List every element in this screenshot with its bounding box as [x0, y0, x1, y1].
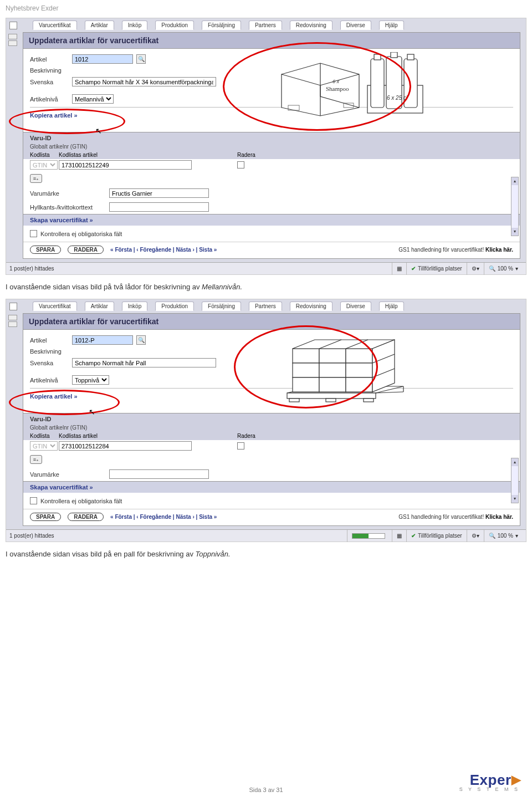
- vertical-scrollbar[interactable]: ▴▾: [511, 458, 519, 503]
- side-icons: [8, 34, 19, 46]
- zoom-dropdown-icon[interactable]: ▾: [515, 533, 518, 539]
- zoom-dropdown-icon[interactable]: ▾: [515, 265, 518, 272]
- gtin-input[interactable]: [59, 160, 192, 170]
- search-icon[interactable]: 🔍: [136, 54, 146, 64]
- protected-mode-icon[interactable]: ⚙▾: [472, 265, 479, 272]
- klicka-link[interactable]: Klicka här.: [485, 514, 513, 520]
- screenshot-1: Varucertifikat Artiklar Inköp Produktion…: [6, 18, 526, 275]
- spara-button[interactable]: SPARA: [30, 246, 61, 254]
- kontroll-label: Kontrollera ej obligatoriska fält: [40, 231, 122, 237]
- tab-diverse[interactable]: Diverse: [340, 21, 371, 30]
- artikelniva-select[interactable]: Toppnivå: [72, 375, 109, 385]
- gs1-text: GS1 handledning för varucertifikat! Klic…: [398, 247, 513, 253]
- side-icon-2[interactable]: [8, 40, 17, 46]
- label-beskrivning: Beskrivning: [30, 348, 69, 355]
- status-platser: Tillförlitliga platser: [418, 265, 462, 272]
- record-nav[interactable]: « Första | ‹ Föregående | Nästa › | Sist…: [110, 514, 392, 520]
- logo: Exper▶ S Y S T E M S: [459, 772, 521, 792]
- trusted-check-icon: ✔: [411, 533, 416, 539]
- scroll-down-icon[interactable]: ▾: [511, 495, 518, 503]
- status-platser: Tillförlitliga platser: [418, 533, 462, 539]
- hyll-input[interactable]: [109, 202, 209, 212]
- artikel-input[interactable]: [72, 54, 133, 64]
- radera-checkbox[interactable]: [237, 161, 244, 168]
- add-row-button[interactable]: ≡₊: [30, 174, 42, 183]
- status-posts: 1 post(er) hittades: [9, 533, 54, 539]
- tab-artiklar[interactable]: Artiklar: [85, 21, 114, 30]
- skapa-link[interactable]: Skapa varucertifikat »: [30, 217, 93, 223]
- svenska-input[interactable]: [72, 77, 216, 86]
- svg-text:6 x 25 cl: 6 x 25 cl: [387, 95, 408, 101]
- radera-checkbox[interactable]: [237, 442, 244, 450]
- form-body: Artikel 🔍 Beskrivning Svenska Artikelniv…: [23, 330, 520, 413]
- gtin-subheader: Globalt artikelnr (GTIN): [23, 142, 520, 151]
- zoom-icon[interactable]: 🔍: [489, 265, 495, 272]
- scroll-up-icon[interactable]: ▴: [511, 458, 518, 466]
- tab-varucertifikat[interactable]: Varucertifikat: [33, 21, 77, 30]
- search-icon[interactable]: 🔍: [136, 335, 146, 345]
- label-hyll: Hyllkants-/kvittokorttext: [30, 204, 105, 211]
- tab-varucertifikat[interactable]: Varucertifikat: [33, 302, 77, 311]
- gtin-input[interactable]: [59, 441, 192, 451]
- artikelniva-select[interactable]: Mellannivå: [72, 94, 114, 104]
- radera-button[interactable]: RADERA: [68, 513, 104, 521]
- home-icon[interactable]: [9, 303, 17, 310]
- add-row-button[interactable]: ≡₊: [30, 455, 42, 464]
- tab-hjalp[interactable]: Hjälp: [379, 21, 404, 30]
- tab-hjalp[interactable]: Hjälp: [379, 302, 404, 311]
- tab-inkop[interactable]: Inköp: [122, 302, 147, 311]
- label-svenska: Svenska: [30, 79, 69, 85]
- tab-produktion[interactable]: Produktion: [155, 302, 194, 311]
- page-number: Sida 3 av 31: [0, 787, 532, 793]
- varumarke-input[interactable]: [109, 188, 209, 198]
- status-posts: 1 post(er) hittades: [9, 265, 54, 272]
- side-icon-1[interactable]: [8, 315, 17, 320]
- svg-rect-28: [293, 377, 319, 392]
- tab-produktion[interactable]: Produktion: [155, 21, 194, 30]
- radera-button[interactable]: RADERA: [68, 246, 104, 254]
- spara-button[interactable]: SPARA: [30, 513, 61, 521]
- kontroll-checkbox[interactable]: [30, 230, 37, 237]
- svg-rect-30: [346, 377, 372, 392]
- label-varumarke: Varumärke: [30, 471, 105, 478]
- kopiera-link[interactable]: Kopiera artikel »: [30, 390, 78, 403]
- tab-forsaljning[interactable]: Försäljning: [202, 302, 241, 311]
- home-icon[interactable]: [9, 22, 17, 29]
- zoom-value: 100 %: [498, 265, 513, 272]
- tab-diverse[interactable]: Diverse: [340, 302, 371, 311]
- label-svenska: Svenska: [30, 360, 69, 366]
- kontroll-checkbox[interactable]: [30, 497, 37, 504]
- gtin-select: GTIN: [30, 441, 58, 451]
- klicka-link[interactable]: Klicka här.: [485, 247, 513, 253]
- gtin-subheader: Globalt artikelnr (GTIN): [23, 423, 520, 432]
- tab-partners[interactable]: Partners: [249, 21, 282, 30]
- zoom-icon[interactable]: 🔍: [489, 533, 495, 539]
- tab-inkop[interactable]: Inköp: [122, 21, 147, 30]
- svenska-input[interactable]: [72, 358, 216, 367]
- app-toolbar: Varucertifikat Artiklar Inköp Produktion…: [6, 299, 526, 312]
- product-illustration: [282, 332, 409, 404]
- kopiera-link[interactable]: Kopiera artikel »: [30, 109, 78, 122]
- footer: Sida 3 av 31 Exper▶ S Y S T E M S: [0, 566, 532, 799]
- record-nav[interactable]: « Första | ‹ Föregående | Nästa › | Sist…: [110, 247, 392, 253]
- protected-mode-icon[interactable]: ⚙▾: [472, 533, 479, 539]
- tab-redovisning[interactable]: Redovisning: [290, 21, 332, 30]
- status-icon-1: ▦: [397, 265, 402, 272]
- tab-partners[interactable]: Partners: [249, 302, 282, 311]
- tab-artiklar[interactable]: Artiklar: [85, 302, 114, 311]
- screenshot-2: Varucertifikat Artiklar Inköp Produktion…: [6, 299, 526, 542]
- side-icon-1[interactable]: [8, 34, 17, 39]
- scroll-down-icon[interactable]: ▾: [511, 228, 518, 236]
- label-beskrivning: Beskrivning: [30, 67, 69, 74]
- skapa-link[interactable]: Skapa varucertifikat »: [30, 484, 93, 491]
- svg-rect-26: [319, 363, 346, 377]
- svg-rect-27: [346, 363, 372, 377]
- scroll-up-icon[interactable]: ▴: [511, 177, 518, 185]
- side-icons: [8, 315, 19, 327]
- side-icon-2[interactable]: [8, 321, 17, 327]
- varumarke-input[interactable]: [109, 469, 209, 479]
- artikel-input[interactable]: [72, 335, 133, 345]
- tab-redovisning[interactable]: Redovisning: [290, 302, 332, 311]
- tab-forsaljning[interactable]: Försäljning: [202, 21, 241, 30]
- vertical-scrollbar[interactable]: ▴▾: [511, 177, 519, 236]
